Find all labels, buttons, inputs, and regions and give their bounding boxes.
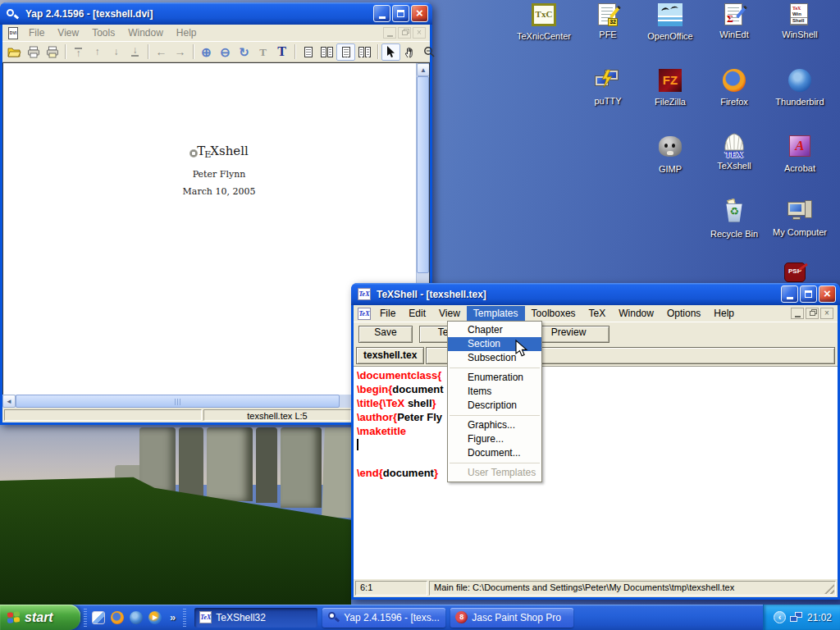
- menu-edit[interactable]: Edit: [402, 306, 432, 321]
- forward-icon[interactable]: →: [171, 43, 189, 61]
- yap-maximize-button[interactable]: [392, 5, 409, 22]
- zoom-in-icon[interactable]: ⊕: [197, 43, 216, 61]
- resize-grip[interactable]: [824, 584, 834, 594]
- continuous-two-page-view-icon[interactable]: [355, 43, 374, 61]
- child-restore-button[interactable]: [806, 308, 819, 319]
- yap-titlebar[interactable]: Yap 2.4.1596 - [texshell.dvi] ×: [0, 2, 432, 25]
- previous-page-icon[interactable]: ↑: [88, 43, 107, 61]
- code-line: \begin{document: [357, 382, 838, 396]
- open-file-icon[interactable]: [5, 43, 24, 61]
- menu-templates[interactable]: Templates: [467, 306, 525, 321]
- code-editor[interactable]: \documentclass{ \begin{document \title{\…: [354, 366, 838, 579]
- taskbar-button-paint-shop-pro[interactable]: 8 Jasc Paint Shop Pro: [450, 608, 573, 628]
- start-button[interactable]: start: [0, 605, 80, 630]
- text-ruler-icon[interactable]: T: [253, 43, 272, 61]
- firefox-quicklaunch-icon[interactable]: [111, 611, 124, 624]
- back-icon[interactable]: ←: [152, 43, 171, 61]
- last-page-icon[interactable]: ↓: [126, 43, 144, 61]
- yap-menu-file[interactable]: File: [22, 25, 51, 40]
- horizontal-scroll-thumb[interactable]: [16, 395, 340, 408]
- yap-menu-help[interactable]: Help: [170, 25, 203, 40]
- menu-item-user-templates[interactable]: User Templates: [448, 466, 541, 480]
- desktop-icon-thunderbird[interactable]: Thunderbird: [770, 67, 829, 107]
- menu-item-chapter[interactable]: Chapter: [448, 323, 541, 337]
- texshell-maximize-button[interactable]: [800, 285, 817, 303]
- scroll-left-arrow[interactable]: ◄: [2, 395, 16, 408]
- texshell-window: TeX TeXShell - [texshell.tex] × TeX File…: [351, 283, 840, 600]
- yap-minimize-button[interactable]: [373, 5, 390, 22]
- texshell-app-icon: TeX: [358, 288, 371, 300]
- child-close-button[interactable]: ×: [820, 308, 833, 319]
- menu-options[interactable]: Options: [660, 306, 707, 321]
- desktop-icon-winedt[interactable]: Σ WinEdt: [705, 2, 764, 39]
- quick-launch-overflow-chevron[interactable]: »: [167, 611, 178, 623]
- thunderbird-quicklaunch-icon[interactable]: [130, 611, 143, 624]
- tab-texshell-tex[interactable]: texshell.tex: [356, 347, 424, 364]
- desktop-icon-gimp[interactable]: GIMP: [641, 133, 700, 174]
- yap-status-file: texshell.tex L:5: [203, 409, 351, 421]
- menu-item-graphics[interactable]: Graphics...: [448, 418, 541, 432]
- text-mode-icon[interactable]: T: [272, 43, 291, 61]
- menu-tex[interactable]: TeX: [582, 306, 613, 321]
- menu-item-description[interactable]: Description: [448, 399, 541, 413]
- next-page-icon[interactable]: ↓: [107, 43, 126, 61]
- pointer-tool-icon[interactable]: [381, 43, 400, 61]
- menu-item-enumeration[interactable]: Enumeration: [448, 371, 541, 385]
- desktop-icon-acrobat[interactable]: A Acrobat: [770, 133, 829, 173]
- desktop-icon-putty[interactable]: puTTY: [578, 67, 637, 106]
- continuous-view-icon[interactable]: [336, 43, 355, 61]
- magnifier-tool-icon[interactable]: [419, 43, 438, 61]
- single-page-view-icon[interactable]: [299, 43, 317, 61]
- desktop-icon-my-computer[interactable]: My Computer: [770, 199, 829, 237]
- print-icon[interactable]: [24, 43, 43, 61]
- desktop-icon-texniccenter[interactable]: TxC TeXnicCenter: [514, 2, 573, 41]
- zoom-out-icon[interactable]: ⊖: [216, 43, 235, 61]
- wallpaper-stonehenge: [0, 427, 351, 605]
- desktop-icon-winshell[interactable]: TeX Win Shell WinShell: [770, 2, 829, 39]
- save-button[interactable]: Save: [358, 326, 413, 343]
- texshell-minimize-button[interactable]: [781, 285, 798, 303]
- yap-app-icon: [7, 7, 20, 20]
- desktop-icon-filezilla[interactable]: FZ FileZilla: [641, 67, 700, 107]
- taskbar-button-texshell32[interactable]: TeX TeXShell32: [194, 608, 317, 628]
- desktop-icon-texshell[interactable]: TEX TeXshell: [705, 133, 764, 171]
- menu-item-items[interactable]: Items: [448, 385, 541, 399]
- refresh-icon[interactable]: ↻: [235, 43, 253, 61]
- yap-menu-window[interactable]: Window: [121, 25, 170, 40]
- desktop-icon-recycle-bin[interactable]: ♻ Recycle Bin: [705, 199, 764, 239]
- hand-tool-icon[interactable]: [400, 43, 419, 61]
- menu-item-document[interactable]: Document...: [448, 446, 541, 460]
- taskbar-button-yap[interactable]: Yap 2.4.1596 - [texs...: [322, 608, 445, 628]
- yap-child-close-button[interactable]: ×: [413, 27, 426, 39]
- menu-help[interactable]: Help: [707, 306, 741, 321]
- menu-toolboxes[interactable]: Toolboxes: [525, 306, 582, 321]
- yap-child-restore-button[interactable]: [398, 27, 411, 39]
- menu-view[interactable]: View: [432, 306, 467, 321]
- text-caret: [357, 439, 358, 450]
- yap-close-button[interactable]: ×: [411, 5, 428, 22]
- desktop-icon-openoffice[interactable]: OpenOffice: [641, 2, 700, 41]
- yap-child-minimize-button[interactable]: [383, 27, 396, 39]
- vertical-scroll-thumb[interactable]: [417, 76, 429, 273]
- scroll-up-arrow[interactable]: ▲: [417, 63, 430, 76]
- desktop-icon-pfe[interactable]: 32 PFE: [578, 2, 637, 39]
- taskbar-clock[interactable]: 21:02: [807, 612, 832, 623]
- outlook-express-icon[interactable]: [92, 611, 105, 624]
- menu-file[interactable]: File: [373, 306, 402, 321]
- hide-icons-chevron[interactable]: ‹: [774, 611, 786, 623]
- texshell-titlebar[interactable]: TeX TeXShell - [texshell.tex] ×: [351, 283, 840, 305]
- network-tray-icon[interactable]: [790, 612, 803, 623]
- menu-item-figure[interactable]: Figure...: [448, 432, 541, 446]
- first-page-icon[interactable]: ↑: [69, 43, 88, 61]
- yap-menu-tools[interactable]: Tools: [85, 25, 121, 40]
- yap-menu-view[interactable]: View: [51, 25, 85, 40]
- texshell-close-button[interactable]: ×: [819, 285, 836, 303]
- menu-window[interactable]: Window: [612, 306, 660, 321]
- child-minimize-button[interactable]: [791, 308, 804, 319]
- thunderbird-icon: [786, 69, 814, 95]
- two-page-view-icon[interactable]: [317, 43, 336, 61]
- paint-shop-pro-icon[interactable]: PSP: [784, 262, 806, 282]
- desktop-icon-firefox[interactable]: Firefox: [705, 67, 764, 107]
- media-player-icon[interactable]: ▶: [148, 611, 162, 624]
- print-setup-icon[interactable]: [43, 43, 62, 61]
